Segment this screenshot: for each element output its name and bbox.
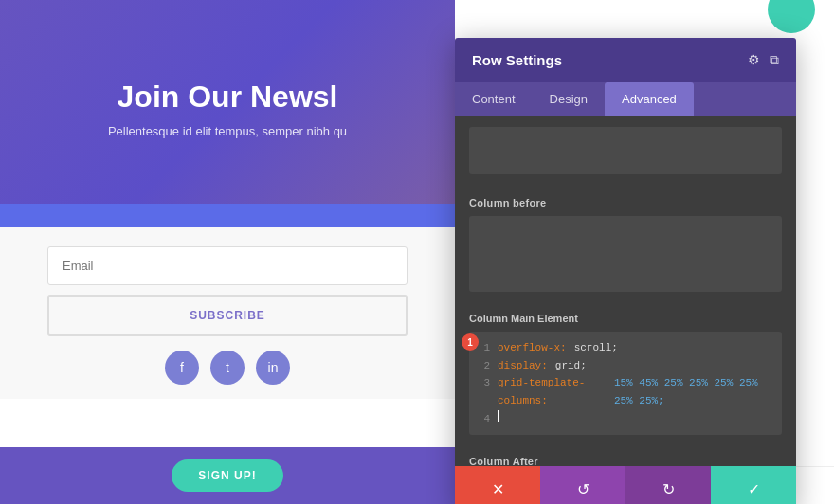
row-settings-panel: Row Settings Content Design Advanced Col… bbox=[455, 38, 796, 504]
copy-icon[interactable] bbox=[770, 52, 779, 68]
social-area: f t in bbox=[0, 336, 455, 399]
cancel-button[interactable]: ✕ bbox=[455, 466, 540, 504]
top-code-area[interactable] bbox=[469, 127, 782, 174]
linkedin-button[interactable]: in bbox=[256, 351, 290, 385]
line-num-1: 1 bbox=[479, 339, 490, 357]
panel-header: Row Settings bbox=[455, 38, 796, 82]
code-line-3: 3 grid-template-columns: 15% 45% 25% 25%… bbox=[479, 374, 772, 409]
column-after-section: Column After bbox=[455, 444, 796, 466]
column-before-editor[interactable] bbox=[469, 216, 782, 292]
bottom-bar: SIGN UP! bbox=[0, 447, 455, 504]
panel-header-icons bbox=[748, 52, 779, 68]
signup-button[interactable]: SIGN UP! bbox=[172, 459, 282, 492]
line-num-4: 4 bbox=[479, 410, 490, 428]
newsletter-title: Join Our Newsl bbox=[118, 80, 338, 115]
save-button[interactable]: ✓ bbox=[711, 466, 796, 504]
code-value-3: 15% 45% 25% 25% 25% 25% 25% 25%; bbox=[614, 374, 772, 409]
email-input[interactable] bbox=[47, 246, 408, 285]
code-text-1: overflow-x: bbox=[498, 339, 567, 357]
panel-tabs: Content Design Advanced bbox=[455, 82, 796, 116]
tab-content[interactable]: Content bbox=[455, 82, 533, 116]
column-main-editor[interactable]: 1 1 overflow-x: scroll; 2 display: grid;… bbox=[469, 332, 782, 435]
line-num-2: 2 bbox=[479, 357, 490, 375]
code-line-4: 4 bbox=[479, 410, 772, 428]
line-num-3: 3 bbox=[479, 374, 490, 409]
code-value-1: scroll; bbox=[574, 339, 618, 357]
facebook-button[interactable]: f bbox=[165, 351, 199, 385]
column-after-label: Column After bbox=[469, 456, 782, 466]
panel-footer: ✕ ↺ ↻ ✓ bbox=[455, 466, 796, 504]
tab-advanced[interactable]: Advanced bbox=[605, 82, 694, 116]
code-line-2: 2 display: grid; bbox=[479, 357, 772, 375]
column-main-section: Column Main Element 1 1 overflow-x: scro… bbox=[455, 303, 796, 444]
redo-button[interactable]: ↻ bbox=[626, 466, 711, 504]
column-before-label: Column before bbox=[469, 197, 782, 208]
panel-title: Row Settings bbox=[472, 52, 562, 68]
newsletter-subtitle: Pellentesque id elit tempus, semper nibh… bbox=[108, 124, 347, 138]
undo-button[interactable]: ↺ bbox=[540, 466, 626, 504]
code-text-2: display: bbox=[498, 357, 548, 375]
newsletter-section: Join Our Newsl Pellentesque id elit temp… bbox=[0, 0, 455, 218]
column-before-section: Column before bbox=[455, 186, 796, 303]
column-main-label: Column Main Element bbox=[469, 313, 782, 324]
gear-icon[interactable] bbox=[748, 52, 760, 68]
panel-body[interactable]: Column before Column Main Element 1 1 ov… bbox=[455, 116, 796, 466]
code-text-3: grid-template-columns: bbox=[498, 374, 607, 409]
cursor bbox=[498, 410, 499, 422]
twitter-button[interactable]: t bbox=[210, 351, 245, 385]
tab-design[interactable]: Design bbox=[533, 82, 605, 116]
code-line-1: 1 overflow-x: scroll; bbox=[479, 339, 772, 357]
subscribe-button[interactable]: SUBSCRIBE bbox=[47, 295, 408, 336]
top-section bbox=[455, 116, 796, 186]
code-value-2: grid; bbox=[555, 357, 587, 375]
error-badge: 1 bbox=[462, 333, 479, 351]
